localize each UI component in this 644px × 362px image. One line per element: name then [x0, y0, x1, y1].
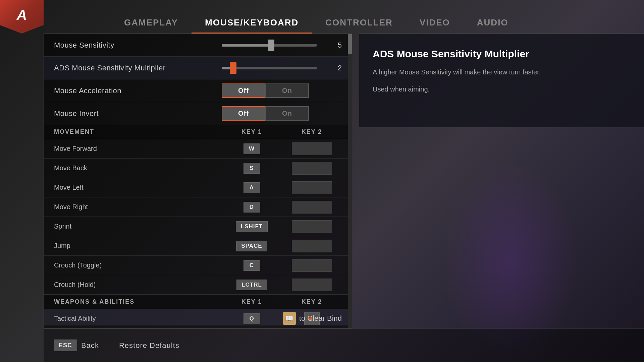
tactical-ability-row: Tactical Ability Q 📖 to [44, 309, 352, 325]
mouse-acceleration-off-btn[interactable]: Off [222, 83, 265, 98]
mouse-invert-off-btn[interactable]: Off [222, 106, 265, 121]
info-title: ADS Mouse Sensitivity Multiplier [373, 47, 630, 60]
mouse-sensitivity-fill [222, 44, 271, 47]
mouse-sensitivity-label: Mouse Sensitivity [54, 41, 222, 50]
move-right-key1-badge[interactable]: D [244, 202, 260, 213]
move-forward-key2-empty[interactable] [292, 142, 332, 155]
mouse-sensitivity-thumb[interactable] [268, 40, 274, 51]
move-forward-key1-badge[interactable]: W [244, 143, 260, 154]
crouch-toggle-key1-badge[interactable]: C [244, 260, 260, 271]
keybinds-section: MOVEMENT KEY 1 KEY 2 Move Forward W [44, 125, 352, 325]
move-back-label: Move Back [54, 164, 222, 172]
ads-sensitivity-slider-container: 2 [222, 64, 342, 72]
sprint-label: Sprint [54, 223, 222, 230]
back-label: Back [81, 341, 99, 350]
mouse-invert-control: Off On [222, 106, 342, 121]
weapons-header: WEAPONS & ABILITIES KEY 1 KEY 2 [44, 295, 352, 309]
weapons-key1-header: KEY 1 [222, 298, 282, 305]
info-description: A higher Mouse Sensitivity will make the… [373, 67, 630, 77]
mouse-acceleration-toggle: Off On [222, 83, 309, 98]
esc-key-badge: ESC [54, 340, 77, 351]
move-right-row: Move Right D [44, 197, 352, 217]
info-note: Used when aiming. [373, 85, 630, 93]
mouse-acceleration-row: Mouse Acceleration Off On [44, 79, 352, 102]
tactical-ability-key1-badge[interactable]: Q [244, 313, 260, 324]
move-left-key2-empty[interactable] [292, 181, 332, 194]
info-panel: ADS Mouse Sensitivity Multiplier A highe… [359, 34, 644, 127]
move-forward-key1[interactable]: W [222, 143, 282, 154]
crouch-hold-key1-badge[interactable]: LCTRL [236, 280, 267, 290]
move-right-key1[interactable]: D [222, 202, 282, 213]
crouch-toggle-key2-empty[interactable] [292, 259, 332, 272]
move-left-key1-badge[interactable]: A [244, 182, 260, 193]
ads-sensitivity-thumb[interactable] [230, 62, 236, 74]
mouse-acceleration-on-btn[interactable]: On [265, 83, 309, 98]
mouse-sensitivity-value: 5 [322, 41, 342, 50]
move-forward-key2[interactable] [282, 142, 342, 155]
move-forward-row: Move Forward W [44, 139, 352, 159]
move-back-key1[interactable]: S [222, 163, 282, 174]
key1-header: KEY 1 [222, 128, 282, 135]
movement-header-label: MOVEMENT [54, 128, 222, 135]
crouch-toggle-row: Crouch (Toggle) C [44, 256, 352, 275]
scroll-thumb[interactable] [348, 34, 352, 54]
crouch-toggle-key2[interactable] [282, 259, 342, 272]
mouse-invert-row: Mouse Invert Off On [44, 102, 352, 125]
tactical-ability-key1[interactable]: Q [222, 313, 282, 324]
weapons-header-label: WEAPONS & ABILITIES [54, 298, 222, 305]
mouse-sensitivity-slider-container: 5 [222, 41, 342, 50]
jump-key1-badge[interactable]: SPACE [236, 241, 267, 251]
mouse-acceleration-control: Off On [222, 83, 342, 98]
crouch-hold-row: Crouch (Hold) LCTRL [44, 275, 352, 295]
crouch-hold-key2[interactable] [282, 279, 342, 291]
move-forward-label: Move Forward [54, 145, 222, 153]
crouch-hold-key1[interactable]: LCTRL [222, 280, 282, 290]
mouse-invert-on-btn[interactable]: On [265, 106, 309, 121]
mouse-sensitivity-track[interactable] [222, 44, 317, 47]
key2-header: KEY 2 [282, 128, 342, 135]
move-left-key2[interactable] [282, 181, 342, 194]
sprint-key1[interactable]: LSHIFT [222, 221, 282, 232]
ads-sensitivity-label: ADS Mouse Sensitivity Multiplier [54, 64, 222, 72]
tab-audio[interactable]: AUDIO [464, 13, 522, 34]
tab-controller[interactable]: CONTROLLER [312, 13, 406, 34]
scrollbar[interactable] [348, 34, 352, 328]
sprint-row: Sprint LSHIFT [44, 217, 352, 236]
clear-bind-icon: 📖 [283, 312, 296, 325]
move-back-key2-empty[interactable] [292, 162, 332, 175]
left-panel: Mouse Sensitivity 5 ADS Mouse Sensitivit… [44, 34, 352, 328]
mouse-invert-label: Mouse Invert [54, 109, 222, 118]
clear-bind-text: to Clear Bind [299, 314, 342, 323]
mouse-acceleration-label: Mouse Acceleration [54, 86, 222, 95]
move-left-key1[interactable]: A [222, 182, 282, 193]
sprint-key2-empty[interactable] [292, 220, 332, 233]
header: A GAMEPLAY MOUSE/KEYBOARD CONTROLLER VID… [0, 0, 644, 34]
tab-video[interactable]: VIDEO [406, 13, 464, 34]
move-back-row: Move Back S [44, 159, 352, 178]
jump-key2-empty[interactable] [292, 240, 332, 252]
move-back-key2[interactable] [282, 162, 342, 175]
ads-sensitivity-track[interactable] [222, 67, 317, 69]
crouch-hold-key2-empty[interactable] [292, 279, 332, 291]
tactical-ability-label: Tactical Ability [54, 315, 222, 322]
mouse-sensitivity-row: Mouse Sensitivity 5 [44, 34, 352, 57]
jump-key2[interactable] [282, 240, 342, 252]
logo-text: A [17, 7, 27, 23]
sprint-key1-badge[interactable]: LSHIFT [236, 221, 268, 232]
weapons-key2-header: KEY 2 [282, 298, 342, 305]
tab-gameplay[interactable]: GAMEPLAY [111, 13, 192, 34]
clear-bind-hint: 📖 to Clear Bind [283, 309, 342, 325]
content-area: Mouse Sensitivity 5 ADS Mouse Sensitivit… [44, 34, 644, 328]
jump-row: Jump SPACE [44, 236, 352, 256]
nav-tabs: GAMEPLAY MOUSE/KEYBOARD CONTROLLER VIDEO… [111, 0, 522, 34]
ads-sensitivity-control: 2 [222, 64, 342, 72]
move-right-key2-empty[interactable] [292, 201, 332, 214]
crouch-toggle-key1[interactable]: C [222, 260, 282, 271]
back-button[interactable]: ESC Back [54, 340, 99, 351]
jump-key1[interactable]: SPACE [222, 241, 282, 251]
sprint-key2[interactable] [282, 220, 342, 233]
tab-mouse-keyboard[interactable]: MOUSE/KEYBOARD [192, 13, 312, 34]
restore-defaults-button[interactable]: Restore Defaults [119, 341, 179, 350]
move-right-key2[interactable] [282, 201, 342, 214]
move-back-key1-badge[interactable]: S [244, 163, 260, 174]
